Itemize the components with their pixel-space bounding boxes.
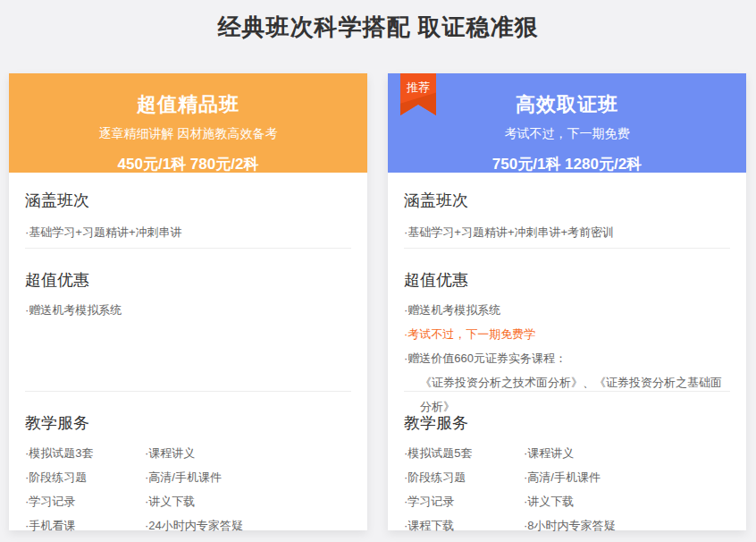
offer-item: ·赠送价值660元证券实务课程： — [404, 346, 730, 370]
card-subtitle: 逐章精细讲解 因材施教高效备考 — [9, 126, 367, 142]
service-item: ·阶段练习题 — [404, 465, 524, 489]
section-services: 教学服务 ·模拟试题3套 ·阶段练习题 ·学习记录 ·手机看课 ·课程讲义 ·高… — [9, 392, 367, 530]
section-heading: 涵盖班次 — [404, 190, 730, 211]
offer-item-highlight: ·考试不过，下一期免费学 — [404, 322, 730, 346]
service-item: ·高清/手机课件 — [524, 465, 730, 489]
card-price: 750元/1科 1280元/2科 — [388, 154, 746, 174]
service-item: ·课程讲义 — [145, 441, 351, 465]
class-item: ·基础学习+习题精讲+冲刺串讲 — [25, 220, 351, 244]
course-cards: 超值精品班 逐章精细讲解 因材施教高效备考 450元/1科 780元/2科 涵盖… — [0, 73, 756, 530]
service-item: ·讲义下载 — [524, 489, 730, 513]
page-title: 经典班次科学搭配 取证稳准狠 — [0, 0, 756, 43]
section-covered-classes: 涵盖班次 ·基础学习+习题精讲+冲刺串讲+考前密训 — [388, 173, 746, 248]
card-title: 超值精品班 — [9, 91, 367, 118]
service-item: ·模拟试题5套 — [404, 441, 524, 465]
recommend-badge: 推荐 — [400, 73, 436, 96]
service-item: ·高清/手机课件 — [145, 465, 351, 489]
service-item: ·学习记录 — [404, 489, 524, 513]
service-item: ·手机看课 — [25, 513, 145, 538]
service-item: ·课程讲义 — [524, 441, 730, 465]
card-certificate-body: 涵盖班次 ·基础学习+习题精讲+冲刺串讲+考前密训 超值优惠 ·赠送机考模拟系统… — [388, 173, 746, 530]
section-heading: 超值优惠 — [25, 269, 351, 291]
card-subtitle: 考试不过，下一期免费 — [388, 126, 746, 142]
course-comparison-page: 经典班次科学搭配 取证稳准狠 超值精品班 逐章精细讲解 因材施教高效备考 450… — [0, 0, 756, 542]
service-item: ·课程下载 — [404, 513, 524, 538]
section-offers: 超值优惠 ·赠送机考模拟系统 — [9, 249, 367, 391]
service-item: ·8小时内专家答疑 — [524, 513, 730, 538]
offer-item: ·赠送机考模拟系统 — [25, 298, 351, 322]
section-heading: 教学服务 — [404, 412, 730, 434]
section-covered-classes: 涵盖班次 ·基础学习+习题精讲+冲刺串讲 — [9, 173, 367, 248]
offer-item: ·赠送机考模拟系统 — [404, 298, 730, 322]
card-premium-header[interactable]: 超值精品班 逐章精细讲解 因材施教高效备考 450元/1科 780元/2科 — [9, 73, 367, 173]
card-premium-body: 涵盖班次 ·基础学习+习题精讲+冲刺串讲 超值优惠 ·赠送机考模拟系统 教学服务… — [9, 173, 367, 530]
section-heading: 涵盖班次 — [25, 190, 351, 211]
section-offers: 超值优惠 ·赠送机考模拟系统 ·考试不过，下一期免费学 ·赠送价值660元证券实… — [388, 249, 746, 391]
section-heading: 教学服务 — [25, 412, 351, 434]
card-premium[interactable]: 超值精品班 逐章精细讲解 因材施教高效备考 450元/1科 780元/2科 涵盖… — [9, 73, 367, 530]
section-services: 教学服务 ·模拟试题5套 ·阶段练习题 ·学习记录 ·课程下载 ·课程讲义 ·高… — [388, 392, 746, 530]
service-item: ·模拟试题3套 — [25, 441, 145, 465]
class-item: ·基础学习+习题精讲+冲刺串讲+考前密训 — [404, 220, 730, 244]
service-item: ·讲义下载 — [145, 489, 351, 513]
card-price: 450元/1科 780元/2科 — [9, 154, 367, 174]
service-item: ·24小时内专家答疑 — [145, 513, 351, 538]
service-item: ·学习记录 — [25, 489, 145, 513]
card-title: 高效取证班 — [388, 91, 746, 118]
section-heading: 超值优惠 — [404, 269, 730, 291]
service-item: ·阶段练习题 — [25, 465, 145, 489]
card-certificate[interactable]: 推荐 高效取证班 考试不过，下一期免费 750元/1科 1280元/2科 涵盖班… — [388, 73, 746, 530]
card-certificate-header[interactable]: 推荐 高效取证班 考试不过，下一期免费 750元/1科 1280元/2科 — [388, 73, 746, 173]
